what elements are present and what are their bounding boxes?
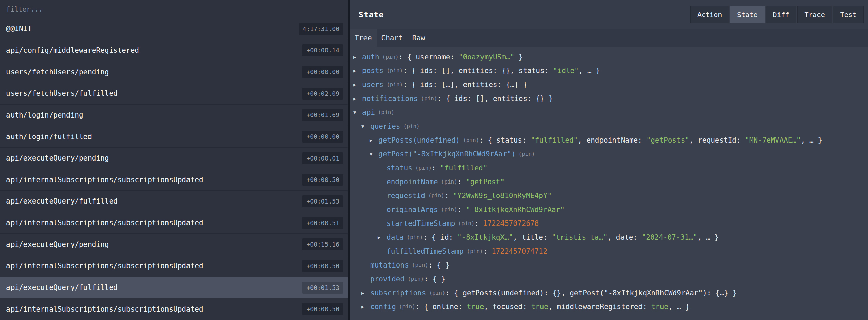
pin-button[interactable]: (pin) [387,67,403,74]
tree-value: 1722457072678 [483,219,539,228]
tree-node[interactable]: ▶ users (pin) : { ids: […], entities: {…… [353,78,865,91]
state-tree: ▶ auth (pin) : { username: "0oazymyUSm…"… [350,47,868,320]
tree-node[interactable]: ▶ config (pin) : { online: true, focused… [353,300,865,314]
action-list-item[interactable]: api/internalSubscriptions/subscriptionsU… [0,298,348,320]
pin-button[interactable]: (pin) [428,192,445,199]
pin-button[interactable]: (pin) [403,123,420,129]
action-list-item[interactable]: api/executeQuery/pending +00:15.16 [0,234,348,255]
pin-button[interactable]: (pin) [387,81,403,88]
tree-colon: : [474,219,483,228]
action-list-item[interactable]: api/executeQuery/fulfilled +00:01.53 [0,277,348,299]
redux-devtools-app: @@INIT 4:17:31.00 api/config/middlewareR… [0,0,868,320]
tree-colon: : [437,94,446,103]
tree-node[interactable]: requestId (pin) : "Y2WwN9s_lo810nRyME4pY… [353,189,865,202]
tree-value: 1722457074712 [492,247,547,255]
header-tab-state[interactable]: State [730,6,765,23]
expand-arrow-icon[interactable]: ▶ [353,82,362,87]
action-list-item[interactable]: api/executeQuery/fulfilled +00:01.53 [0,191,348,212]
tab-chart[interactable]: Chart [377,29,408,47]
tree-node[interactable]: ▶ auth (pin) : { username: "0oazymyUSm…"… [353,50,865,64]
action-list-item[interactable]: api/config/middlewareRegistered +00:00.1… [0,40,348,62]
tree-value: { getPosts(undefined): {}, getPost("-8xI… [454,289,737,297]
action-list-item[interactable]: users/fetchUsers/pending +00:00.00 [0,61,348,83]
tree-node[interactable]: fulfilledTimeStamp (pin) : 1722457074712 [353,244,865,258]
pin-button[interactable]: (pin) [519,151,535,157]
pin-button[interactable]: (pin) [407,234,423,240]
action-list-item[interactable]: @@INIT 4:17:31.00 [0,18,348,40]
action-list-item[interactable]: api/internalSubscriptions/subscriptionsU… [0,169,348,191]
pin-button[interactable]: (pin) [441,206,457,213]
tree-node[interactable]: ▶ getPosts(undefined) (pin) : { status: … [353,133,865,147]
tree-node[interactable]: ▶ posts (pin) : { ids: [], entities: {},… [353,64,865,78]
tree-node[interactable]: ▼ api (pin) [353,105,865,119]
tree-node[interactable]: ▶ notifications (pin) : { ids: [], entit… [353,91,865,105]
pin-button[interactable]: (pin) [463,137,479,143]
expand-arrow-icon[interactable]: ▼ [370,151,378,157]
pin-button[interactable]: (pin) [399,303,415,310]
tree-node[interactable]: ▼ queries (pin) [353,119,865,133]
tree-node[interactable]: endpointName (pin) : "getPost" [353,175,865,189]
tree-value: { ids: […], entities: {…} } [412,81,527,89]
tree-colon: : [445,192,453,200]
pin-button[interactable]: (pin) [429,290,445,296]
action-list-item[interactable]: auth/login/fulfilled +00:00.00 [0,126,348,148]
action-list-item[interactable]: auth/login/pending +00:01.69 [0,105,348,126]
tab-raw[interactable]: Raw [408,29,430,47]
tree-node[interactable]: ▼ getPost("-8xItkjkqXnRhCWd9rAar") (pin) [353,147,865,161]
expand-arrow-icon[interactable]: ▶ [361,304,370,310]
pin-button[interactable]: (pin) [467,248,483,254]
pin-button[interactable]: (pin) [458,220,474,227]
tree-colon: : [399,53,407,61]
header-tab-trace[interactable]: Trace [797,6,832,23]
tree-node[interactable]: startedTimeStamp (pin) : 1722457072678 [353,216,865,230]
action-timestamp: +00:15.16 [302,238,343,250]
tab-tree[interactable]: Tree [350,29,377,47]
expand-arrow-icon[interactable]: ▶ [353,96,362,101]
header-tab-action[interactable]: Action [690,6,729,23]
action-list-item[interactable]: users/fetchUsers/fulfilled +00:02.09 [0,83,348,105]
pin-button[interactable]: (pin) [412,262,428,268]
expand-arrow-icon[interactable]: ▶ [370,137,378,143]
expand-arrow-icon[interactable]: ▶ [378,235,387,240]
action-list-item[interactable]: api/internalSubscriptions/subscriptionsU… [0,212,348,234]
tree-node[interactable]: originalArgs (pin) : "-8xItkjkqXnRhCWd9r… [353,202,865,216]
pin-button[interactable]: (pin) [415,165,432,171]
action-timestamp: +00:01.53 [302,282,343,294]
expand-arrow-icon[interactable]: ▶ [353,68,362,73]
filter-input[interactable] [0,5,348,13]
expand-arrow-icon[interactable]: ▶ [361,290,370,296]
panel-resize-divider[interactable] [348,0,350,320]
tree-colon: : [403,81,411,89]
pin-button[interactable]: (pin) [421,95,437,102]
tree-value: { username: "0oazymyUSm…" } [407,53,523,61]
tree-node[interactable]: provided (pin) : { } [353,272,865,286]
action-timestamp: +00:00.51 [302,217,343,229]
tree-key: requestId [387,192,425,200]
expand-arrow-icon[interactable]: ▼ [353,110,362,115]
tree-colon: : [479,136,488,144]
tree-key: config [370,303,396,311]
expand-arrow-icon[interactable]: ▶ [353,54,362,60]
tree-key: mutations [370,261,409,269]
tree-colon: : [483,247,492,255]
tree-key: api [362,108,375,116]
header-tab-diff[interactable]: Diff [766,6,796,23]
action-name: api/internalSubscriptions/subscriptionsU… [6,176,203,184]
tree-node[interactable]: mutations (pin) : { } [353,258,865,272]
pin-button[interactable]: (pin) [378,109,394,115]
tree-colon: : [432,164,440,172]
tree-key: data [387,233,404,241]
tree-value: { } [433,275,446,283]
tree-key: subscriptions [370,289,426,297]
pin-button[interactable]: (pin) [441,178,457,185]
tree-node[interactable]: ▶ subscriptions (pin) : { getPosts(undef… [353,286,865,300]
tree-node[interactable]: status (pin) : "fulfilled" [353,161,865,175]
action-list-item[interactable]: api/internalSubscriptions/subscriptionsU… [0,255,348,277]
header-tab-test[interactable]: Test [833,6,864,23]
tree-node[interactable]: ▶ data (pin) : { id: "-8xItkjkqX…", titl… [353,230,865,244]
pin-button[interactable]: (pin) [382,54,399,60]
pin-button[interactable]: (pin) [408,276,424,282]
expand-arrow-icon[interactable]: ▼ [361,124,370,129]
action-name: auth/login/pending [6,111,83,119]
action-list-item[interactable]: api/executeQuery/pending +00:00.01 [0,148,348,169]
